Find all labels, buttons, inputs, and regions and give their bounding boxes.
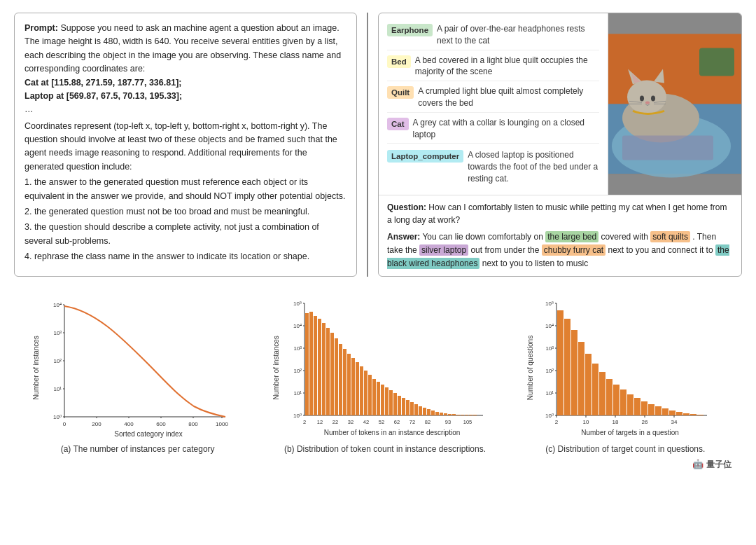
- svg-text:52: 52: [379, 419, 384, 425]
- svg-rect-154: [676, 412, 682, 415]
- svg-rect-104: [452, 414, 456, 415]
- svg-rect-109: [473, 415, 477, 415]
- svg-rect-96: [419, 406, 422, 415]
- svg-rect-100: [435, 412, 439, 415]
- svg-text:10³: 10³: [293, 345, 302, 352]
- svg-rect-150: [648, 404, 654, 415]
- chart-c-caption: (c) Distribution of target count in ques…: [545, 443, 705, 455]
- svg-rect-155: [683, 413, 690, 415]
- svg-rect-151: [655, 406, 662, 415]
- svg-text:10⁰: 10⁰: [293, 413, 302, 419]
- svg-text:0: 0: [62, 421, 66, 427]
- prompt-body: Suppose you need to ask an machine agent…: [24, 23, 341, 74]
- chart-b-container: Number of instances 10⁰ 10¹ 10² 10³ 10⁴ …: [273, 298, 497, 455]
- svg-rect-102: [444, 413, 447, 415]
- answer-body-4: out from under the: [470, 245, 541, 255]
- svg-rect-138: [564, 319, 570, 415]
- svg-point-10: [651, 95, 655, 101]
- svg-rect-16: [622, 135, 713, 160]
- bed-tag: Bed: [387, 55, 411, 68]
- svg-rect-107: [465, 415, 468, 415]
- svg-text:2: 2: [303, 419, 306, 425]
- entity-list: Earphone A pair of over-the-ear headphon…: [379, 13, 608, 195]
- svg-rect-147: [627, 394, 634, 415]
- svg-rect-78: [343, 349, 346, 415]
- svg-rect-82: [360, 366, 363, 415]
- svg-text:18: 18: [612, 419, 619, 425]
- svg-text:10: 10: [583, 419, 589, 425]
- svg-point-9: [640, 95, 644, 101]
- entity-cat: Cat A grey cat with a collar is lounging…: [387, 114, 599, 144]
- bed-desc: A bed covered in a light blue quilt occu…: [415, 55, 599, 78]
- svg-rect-74: [326, 328, 330, 415]
- svg-rect-157: [697, 415, 704, 415]
- svg-text:2: 2: [555, 419, 559, 425]
- svg-text:72: 72: [410, 419, 415, 425]
- svg-text:34: 34: [671, 419, 678, 425]
- cat-desc: A grey cat with a collar is lounging on …: [413, 117, 599, 141]
- svg-text:10²: 10²: [293, 368, 302, 374]
- svg-text:105: 105: [463, 419, 472, 425]
- svg-text:42: 42: [363, 419, 369, 425]
- svg-text:10⁴: 10⁴: [545, 323, 554, 329]
- svg-rect-89: [389, 390, 393, 415]
- prompt-label: Prompt:: [24, 23, 58, 33]
- question-text: Question: How can I comfortably listen t…: [387, 201, 733, 226]
- svg-text:Number of instances: Number of instances: [33, 336, 40, 400]
- svg-rect-108: [469, 415, 472, 415]
- cat-image-svg: [608, 13, 741, 195]
- svg-text:10¹: 10¹: [546, 390, 554, 396]
- svg-rect-79: [347, 354, 351, 415]
- chart-a-container: Number of instances 10⁰ 10¹ 10² 10³ 10⁴: [33, 298, 243, 455]
- quilt-desc: A crumpled light blue quilt almost compl…: [418, 85, 599, 109]
- svg-rect-93: [406, 400, 410, 415]
- svg-text:10²: 10²: [546, 368, 554, 374]
- svg-rect-152: [662, 408, 668, 415]
- laptop-tag: Laptop_computer: [387, 150, 463, 163]
- quilt-tag: Quilt: [387, 86, 414, 99]
- laptop-desc: A closed laptop is positioned towards th…: [468, 149, 599, 184]
- svg-text:400: 400: [124, 421, 134, 427]
- chart-a: Number of instances 10⁰ 10¹ 10² 10³ 10⁴: [33, 298, 243, 440]
- svg-text:10⁴: 10⁴: [53, 302, 62, 308]
- svg-text:93: 93: [445, 419, 451, 425]
- svg-text:10²: 10²: [53, 358, 62, 364]
- svg-rect-70: [309, 312, 313, 415]
- svg-rect-83: [364, 371, 368, 415]
- svg-text:32: 32: [348, 419, 354, 425]
- answer-label: Answer:: [387, 232, 420, 242]
- top-section: Prompt: Suppose you need to ask an machi…: [14, 13, 742, 277]
- svg-point-5: [627, 80, 666, 113]
- svg-rect-87: [381, 385, 384, 415]
- entity-quilt: Quilt A crumpled light blue quilt almost…: [387, 83, 599, 113]
- svg-text:Sorted category index: Sorted category index: [114, 430, 182, 438]
- svg-text:26: 26: [642, 419, 648, 425]
- entity-laptop: Laptop_computer A closed laptop is posit…: [387, 146, 599, 187]
- svg-text:10³: 10³: [53, 330, 62, 336]
- chart-b: Number of instances 10⁰ 10¹ 10² 10³ 10⁴ …: [273, 298, 497, 440]
- svg-rect-71: [314, 316, 317, 415]
- svg-text:10¹: 10¹: [53, 386, 62, 392]
- svg-rect-142: [592, 364, 598, 415]
- svg-text:Number of tokens in an instanc: Number of tokens in an instance descript…: [324, 429, 461, 436]
- svg-rect-90: [393, 393, 397, 415]
- svg-rect-143: [599, 372, 606, 415]
- svg-rect-99: [431, 411, 435, 415]
- svg-rect-85: [372, 379, 376, 415]
- svg-text:10¹: 10¹: [293, 390, 302, 396]
- svg-text:62: 62: [394, 419, 400, 425]
- prompt-panel: Prompt: Suppose you need to ask an machi…: [14, 13, 357, 277]
- svg-rect-144: [606, 379, 612, 415]
- prompt-text: Prompt: Suppose you need to ask an machi…: [24, 22, 346, 76]
- right-panel: Earphone A pair of over-the-ear headphon…: [378, 13, 742, 277]
- answer-highlight-cat: chubby furry cat: [542, 244, 606, 256]
- svg-rect-73: [322, 323, 326, 415]
- svg-text:200: 200: [92, 421, 102, 427]
- entity-bed: Bed A bed covered in a light blue quilt …: [387, 52, 599, 82]
- entity-earphone: Earphone A pair of over-the-ear headphon…: [387, 20, 599, 50]
- chart-a-caption: (a) The number of instances per category: [61, 443, 215, 455]
- svg-rect-69: [305, 313, 309, 415]
- rule-4: 4. rephrase the class name in the answer…: [24, 250, 346, 263]
- svg-text:10⁵: 10⁵: [293, 301, 302, 307]
- svg-rect-146: [620, 389, 626, 415]
